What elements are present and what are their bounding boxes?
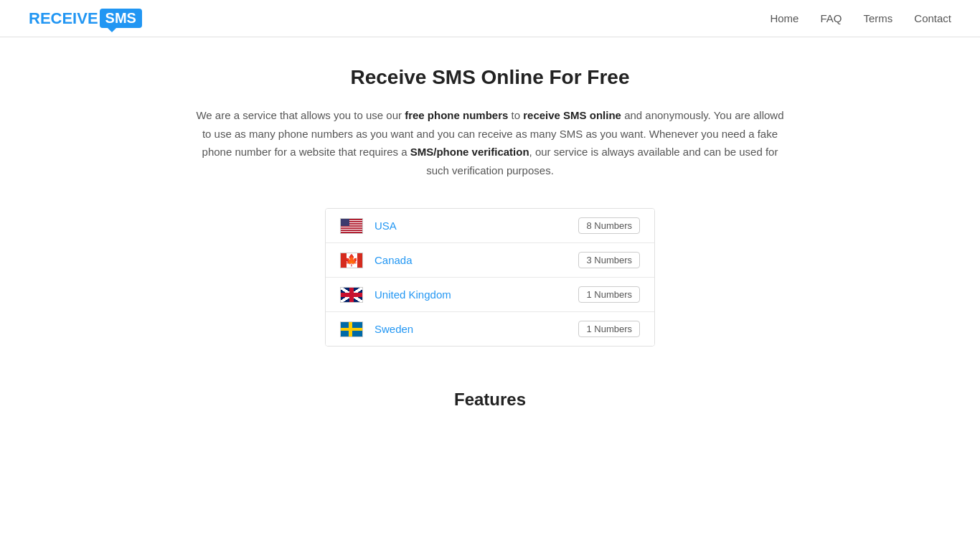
page-title: Receive SMS Online For Free bbox=[182, 66, 798, 89]
numbers-badge-sweden: 1 Numbers bbox=[578, 321, 640, 337]
flag-sweden bbox=[340, 321, 363, 337]
flag-uk bbox=[340, 287, 363, 303]
country-list: USA 8 Numbers 🍁 Canada 3 Numbers United … bbox=[325, 208, 655, 347]
country-row-canada[interactable]: 🍁 Canada 3 Numbers bbox=[326, 243, 654, 278]
country-row-usa[interactable]: USA 8 Numbers bbox=[326, 209, 654, 243]
country-row-sweden[interactable]: Sweden 1 Numbers bbox=[326, 312, 654, 346]
flag-canada: 🍁 bbox=[340, 253, 363, 268]
country-row-uk[interactable]: United Kingdom 1 Numbers bbox=[326, 278, 654, 312]
features-title: Features bbox=[182, 390, 798, 410]
svg-text:🍁: 🍁 bbox=[347, 253, 357, 267]
country-name-canada: Canada bbox=[374, 254, 578, 266]
numbers-badge-usa: 8 Numbers bbox=[578, 217, 640, 234]
country-name-uk: United Kingdom bbox=[374, 288, 578, 301]
country-name-sweden: Sweden bbox=[374, 323, 578, 335]
nav-faq[interactable]: FAQ bbox=[820, 12, 842, 24]
site-header: RECEIVE SMS Home FAQ Terms Contact bbox=[0, 0, 980, 37]
nav-home[interactable]: Home bbox=[770, 12, 798, 24]
logo-receive-text: RECEIVE bbox=[29, 9, 98, 28]
nav-terms[interactable]: Terms bbox=[863, 12, 892, 24]
main-nav: Home FAQ Terms Contact bbox=[770, 12, 951, 24]
numbers-badge-uk: 1 Numbers bbox=[578, 286, 640, 303]
logo-sms-text: SMS bbox=[100, 9, 142, 28]
nav-contact[interactable]: Contact bbox=[914, 12, 951, 24]
site-logo[interactable]: RECEIVE SMS bbox=[29, 9, 142, 28]
numbers-badge-canada: 3 Numbers bbox=[578, 252, 640, 268]
country-name-usa: USA bbox=[374, 220, 578, 232]
flag-usa bbox=[340, 218, 363, 234]
main-content: Receive SMS Online For Free We are a ser… bbox=[167, 37, 813, 438]
canada-maple-leaf-icon: 🍁 bbox=[347, 253, 357, 268]
description-text: We are a service that allows you to use … bbox=[196, 106, 784, 179]
